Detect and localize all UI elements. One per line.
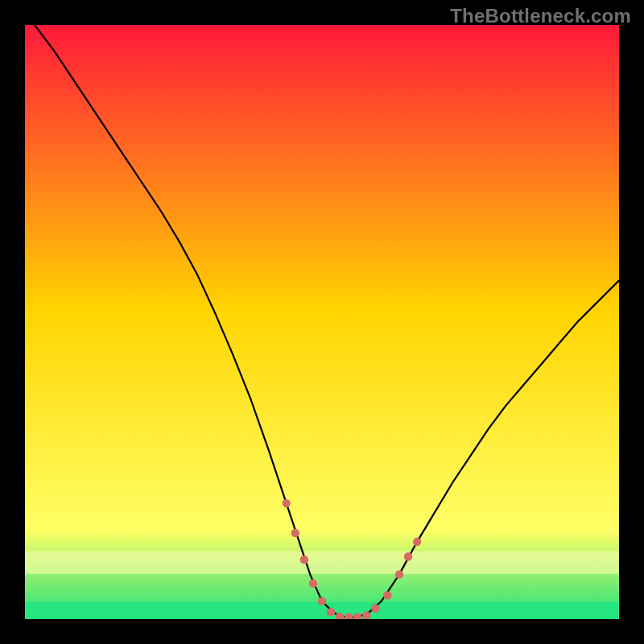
gradient-background bbox=[25, 25, 619, 619]
data-dot bbox=[383, 591, 391, 599]
data-dot bbox=[318, 597, 326, 605]
data-dot bbox=[404, 552, 412, 560]
data-dot bbox=[371, 605, 379, 613]
data-dot bbox=[300, 555, 308, 564]
data-dot bbox=[309, 580, 317, 588]
data-dot bbox=[283, 499, 291, 507]
data-dot bbox=[327, 608, 335, 616]
data-dot bbox=[413, 538, 421, 546]
bottleneck-chart bbox=[25, 25, 619, 619]
yellow-band-upper bbox=[25, 551, 619, 574]
outer-frame: TheBottleneck.com bbox=[0, 0, 644, 644]
watermark-text: TheBottleneck.com bbox=[450, 5, 631, 27]
data-dot bbox=[291, 529, 299, 537]
data-dot bbox=[395, 570, 403, 578]
